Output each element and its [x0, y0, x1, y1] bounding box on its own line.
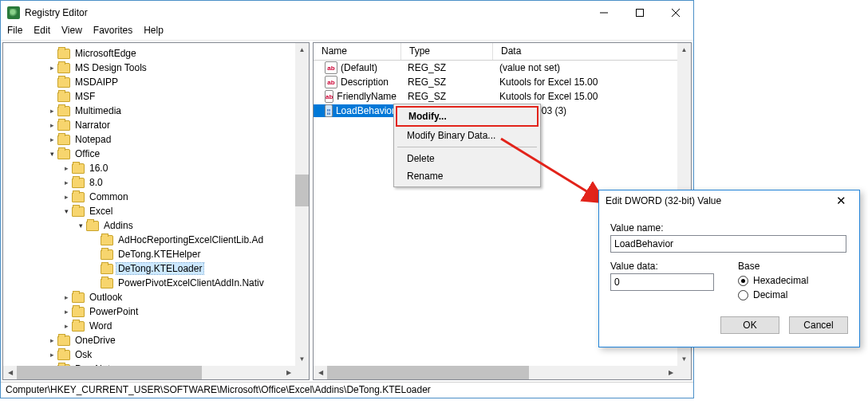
tree-node[interactable]: Osk: [3, 347, 309, 362]
folder-icon: [57, 77, 70, 88]
value-name-input[interactable]: [610, 235, 846, 253]
expand-toggle[interactable]: [61, 293, 72, 301]
tree-node-label: MSF: [73, 91, 97, 102]
tree-node[interactable]: MS Design Tools: [3, 61, 309, 75]
value-type: REG_SZ: [401, 62, 493, 73]
tree-vertical-scrollbar[interactable]: ▲ ▼: [295, 43, 309, 366]
menu-file[interactable]: File: [7, 25, 22, 40]
menu-rename[interactable]: Rename: [396, 167, 539, 185]
expand-toggle[interactable]: [46, 64, 57, 72]
list-row[interactable]: ab(Default)REG_SZ(value not set): [314, 61, 691, 75]
registry-editor-window: Registry Editor File Edit View Favorites…: [0, 0, 694, 398]
close-button[interactable]: [657, 2, 693, 24]
expand-toggle[interactable]: [61, 179, 72, 186]
tree-node-label: Office: [73, 148, 101, 159]
status-bar: Computer\HKEY_CURRENT_USER\SOFTWARE\Micr…: [1, 382, 693, 398]
tree-node[interactable]: 8.0: [3, 175, 309, 190]
list-row[interactable]: abFriendlyNameREG_SZKutools for Excel 15…: [314, 89, 691, 104]
radio-hexadecimal[interactable]: Hexadecimal: [738, 275, 808, 286]
tree-node[interactable]: DeTong.KTEHelper: [3, 247, 309, 261]
minimize-button[interactable]: [586, 2, 621, 24]
menu-favorites[interactable]: Favorites: [93, 25, 132, 40]
folder-icon: [72, 206, 85, 217]
expand-toggle[interactable]: [46, 107, 57, 115]
expand-toggle[interactable]: [61, 193, 72, 201]
expand-toggle[interactable]: [46, 121, 57, 129]
dialog-close-button[interactable]: ✕: [829, 194, 853, 208]
expand-toggle[interactable]: [46, 135, 57, 143]
list-row[interactable]: abDescriptionREG_SZKutools for Excel 15.…: [314, 75, 691, 89]
tree-node[interactable]: MSDAIPP: [3, 75, 309, 89]
column-name[interactable]: Name: [314, 43, 401, 60]
tree-node[interactable]: Word: [3, 319, 309, 333]
menu-view[interactable]: View: [61, 25, 82, 40]
folder-icon: [57, 336, 70, 346]
menu-help[interactable]: Help: [144, 25, 164, 40]
folder-icon: [101, 278, 113, 288]
string-value-icon: ab: [325, 90, 333, 103]
expand-toggle[interactable]: [46, 336, 57, 344]
tree-node[interactable]: PowerPoint: [3, 304, 309, 319]
tree-node-label: 8.0: [88, 177, 105, 188]
tree-node-label: Outlook: [88, 292, 124, 303]
tree-node-label: Excel: [88, 206, 114, 217]
tree-node[interactable]: DeTong.KTELoader: [3, 261, 309, 276]
column-type[interactable]: Type: [401, 43, 493, 60]
expand-toggle[interactable]: [46, 351, 57, 359]
tree-node[interactable]: OneDrive: [3, 333, 309, 347]
menu-edit[interactable]: Edit: [34, 25, 50, 40]
tree-node[interactable]: Excel: [3, 204, 309, 218]
expand-toggle[interactable]: [61, 164, 72, 172]
list-header[interactable]: Name Type Data: [314, 43, 691, 61]
expand-toggle[interactable]: [61, 322, 72, 330]
tree-node[interactable]: PowerPivotExcelClientAddIn.Nativ: [3, 276, 309, 290]
string-value-icon: ab: [325, 76, 337, 88]
folder-icon: [72, 307, 85, 317]
ok-button[interactable]: OK: [720, 316, 779, 334]
tree-node[interactable]: Narrator: [3, 118, 309, 132]
tree-node-label: AdHocReportingExcelClientLib.Ad: [116, 234, 265, 245]
expand-toggle[interactable]: [75, 222, 86, 230]
tree-node[interactable]: Addins: [3, 218, 309, 233]
column-data[interactable]: Data: [493, 43, 691, 60]
maximize-button[interactable]: [621, 2, 657, 24]
tree-node[interactable]: AdHocReportingExcelClientLib.Ad: [3, 233, 309, 247]
list-horizontal-scrollbar[interactable]: ◀▶: [314, 366, 677, 379]
tree-node[interactable]: Office: [3, 147, 309, 161]
edit-dword-dialog: Edit DWORD (32-bit) Value ✕ Value name: …: [598, 190, 860, 347]
folder-icon: [57, 63, 70, 73]
expand-toggle[interactable]: [61, 308, 72, 316]
tree-node-label: MSDAIPP: [73, 77, 120, 88]
titlebar[interactable]: Registry Editor: [1, 1, 693, 25]
tree-node[interactable]: 16.0: [3, 161, 309, 175]
tree-node-label: Notepad: [73, 134, 112, 145]
cancel-button[interactable]: Cancel: [789, 316, 848, 334]
tree-node[interactable]: MicrosoftEdge: [3, 46, 309, 61]
value-name-label: Value name:: [610, 222, 848, 234]
svg-rect-1: [636, 10, 643, 17]
radio-decimal[interactable]: Decimal: [738, 289, 808, 300]
menu-modify[interactable]: Modify...: [396, 106, 539, 127]
value-name: Description: [341, 77, 389, 88]
tree-node-label: Common: [88, 191, 130, 202]
menu-modify-binary[interactable]: Modify Binary Data...: [396, 127, 539, 144]
tree-horizontal-scrollbar[interactable]: ◀ ▶: [3, 366, 295, 379]
expand-toggle[interactable]: [61, 207, 72, 215]
tree-node[interactable]: Multimedia: [3, 104, 309, 118]
tree-node[interactable]: Common: [3, 190, 309, 204]
value-data: Kutools for Excel 15.00: [493, 91, 691, 102]
expand-toggle[interactable]: [46, 150, 57, 158]
tree-node[interactable]: Notepad: [3, 132, 309, 147]
base-label: Base: [738, 261, 808, 272]
menu-delete[interactable]: Delete: [396, 150, 539, 167]
binary-value-icon: ¦¦: [325, 104, 333, 117]
folder-icon: [101, 235, 113, 245]
tree-node-label: DeTong.KTEHelper: [116, 249, 202, 260]
tree-node[interactable]: MSF: [3, 89, 309, 104]
value-data-input[interactable]: [610, 273, 714, 291]
tree-node[interactable]: Outlook: [3, 290, 309, 304]
value-data: (value not set): [493, 62, 691, 73]
registry-tree[interactable]: MicrosoftEdgeMS Design ToolsMSDAIPPMSFMu…: [3, 43, 309, 380]
folder-icon: [101, 264, 113, 274]
folder-icon: [57, 135, 70, 145]
